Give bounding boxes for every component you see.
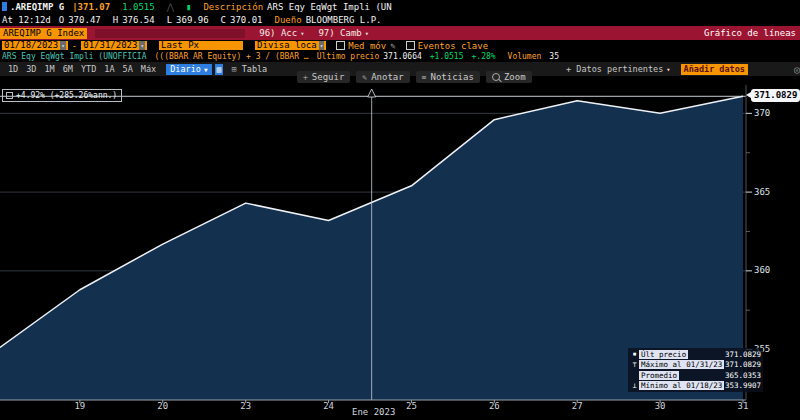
y-axis-label: 360 (754, 265, 788, 275)
legend-row-last: ▪ Últ precio 371.0829 (630, 349, 761, 360)
bloomberg-terminal-window: .AREQIMP G | 371.07 1.0515 ⋀ ▮ Descripci… (0, 0, 800, 420)
news-icon: ≡ (422, 73, 427, 82)
performance-chip: +4.92% (+285.26%ann.) (2, 89, 122, 102)
y-axis-label: 365 (754, 187, 788, 197)
x-axis-label: 30 (650, 401, 670, 411)
follow-button[interactable]: +Seguir (297, 71, 350, 83)
x-axis-label: 25 (401, 401, 421, 411)
x-axis-label: 23 (236, 401, 256, 411)
max-marker-icon: ⊤ (630, 361, 639, 369)
pencil-icon: ✎ (362, 73, 367, 82)
x-axis-label: 27 (567, 401, 587, 411)
last-price-line-icon: ▪ (630, 350, 639, 358)
x-axis-label: 26 (484, 401, 504, 411)
x-axis-label: 24 (319, 401, 339, 411)
x-axis-label: 31 (733, 401, 753, 411)
magnifier-icon (492, 73, 500, 81)
annotate-button[interactable]: ✎Anotar (356, 71, 409, 83)
chart-legend[interactable]: ▪ Últ precio 371.0829 ⊤ Máximo al 01/31/… (628, 348, 763, 392)
plus-icon: + (303, 73, 308, 82)
y-axis-label: 370 (754, 108, 788, 118)
range-box-icon (6, 92, 13, 99)
x-axis-label: 20 (153, 401, 173, 411)
annotation-arrow-icon (368, 89, 376, 97)
legend-row-avg: Promedio 365.0353 (630, 370, 761, 381)
x-axis-month-label: Ene 2023 (352, 407, 395, 417)
zoom-button[interactable]: Zoom (486, 71, 532, 83)
x-axis-label: 19 (70, 401, 90, 411)
news-button[interactable]: ≡Noticias (416, 71, 480, 83)
min-marker-icon: ⊥ (630, 382, 639, 390)
legend-row-min: ⊥ Mínimo al 01/18/23 353.9907 (630, 381, 761, 392)
chart-tools: +Seguir ✎Anotar ≡Noticias Zoom (297, 71, 532, 83)
legend-row-max: ⊤ Máximo al 01/31/23 371.0829 (630, 360, 761, 371)
last-price-badge: 371.0829 (751, 89, 800, 102)
